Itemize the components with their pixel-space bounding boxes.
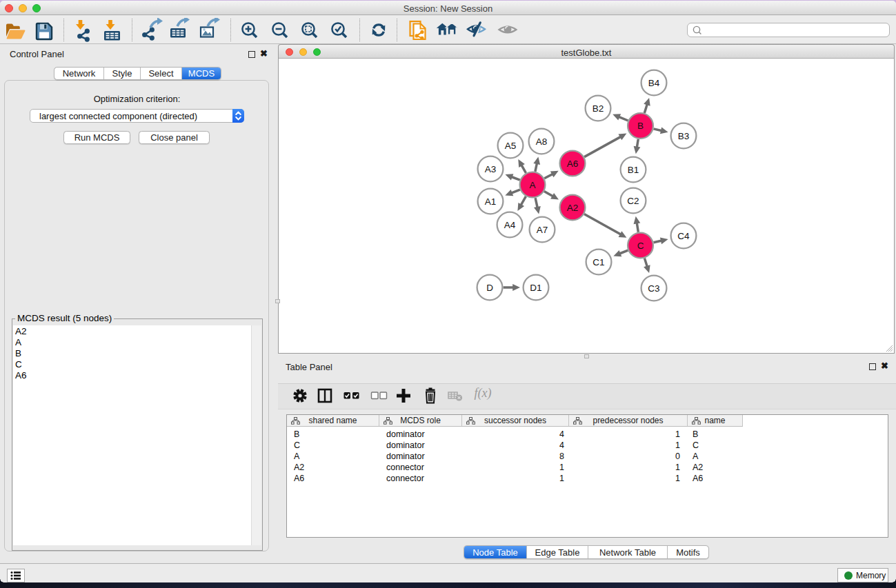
- svg-text:D: D: [486, 283, 493, 293]
- svg-text:A: A: [529, 180, 535, 190]
- svg-text:B4: B4: [648, 78, 660, 88]
- svg-text:C4: C4: [677, 231, 690, 241]
- svg-text:B2: B2: [593, 103, 604, 114]
- svg-text:B1: B1: [628, 165, 639, 175]
- svg-text:A6: A6: [567, 159, 579, 169]
- svg-text:C1: C1: [593, 257, 604, 267]
- svg-text:D1: D1: [530, 283, 541, 293]
- svg-text:B3: B3: [678, 131, 690, 141]
- svg-text:A2: A2: [567, 203, 579, 213]
- svg-text:A7: A7: [537, 225, 548, 235]
- svg-text:A5: A5: [505, 141, 517, 151]
- svg-text:B: B: [637, 121, 644, 131]
- svg-text:A4: A4: [504, 220, 516, 230]
- svg-text:A3: A3: [485, 164, 497, 174]
- svg-text:C: C: [637, 241, 644, 251]
- svg-text:C2: C2: [627, 196, 639, 206]
- svg-text:C3: C3: [648, 283, 659, 294]
- svg-text:A8: A8: [536, 136, 548, 147]
- svg-text:A1: A1: [485, 196, 497, 207]
